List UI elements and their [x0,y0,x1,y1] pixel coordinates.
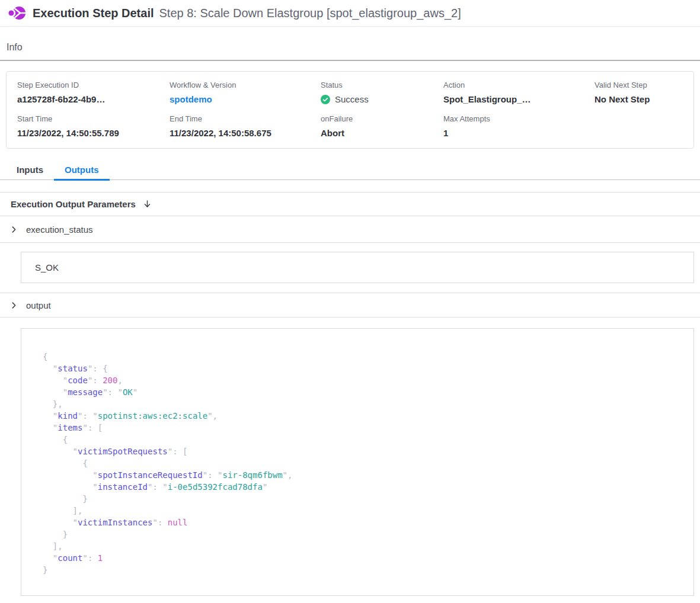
step-execution-id-value: a125728f-6b22-4b9… [17,94,170,104]
param-name-output: output [26,300,51,310]
field-valid-next-step: Valid Next Step No Next Step [594,81,693,104]
code-line: } [43,528,688,540]
param-name-execution-status: execution_status [26,224,93,235]
code-line: ], [43,505,688,517]
code-line: "spotInstanceRequestId": "sir-8qm6fbwm", [43,469,688,481]
app-logo-icon [8,5,26,21]
field-onfailure: onFailure Abort [321,114,443,138]
code-line: "status": { [43,363,688,374]
start-time-value: 11/23/2022, 14:50:55.789 [17,128,170,138]
onfailure-value: Abort [321,128,443,138]
code-line: } [43,564,688,576]
code-line: "items": [ [43,422,688,434]
arrow-down-icon[interactable] [143,199,152,209]
code-line: "victimSpotRequests": [ [43,445,688,457]
chevron-right-icon[interactable] [10,226,18,233]
field-label: Max Attempts [443,114,594,123]
field-empty [594,114,693,138]
code-line: ], [43,540,688,552]
code-line: "kind": "spotinst:aws:ec2:scale", [43,410,688,422]
info-card: Step Execution ID a125728f-6b22-4b9… Wor… [6,71,694,149]
field-label: End Time [170,114,321,123]
valid-next-step-value: No Next Step [594,94,693,104]
field-end-time: End Time 11/23/2022, 14:50:58.675 [170,114,321,138]
output-params-title: Execution Output Parameters [11,199,136,209]
chevron-right-icon[interactable] [10,302,18,309]
code-line: } [43,493,688,505]
code-line: "message": "OK" [43,386,688,398]
field-status: Status Success [321,81,443,104]
status-badge: Success [321,94,443,104]
output-params-header: Execution Output Parameters [0,192,700,216]
info-section-label: Info [7,42,700,53]
code-line: "victimInstances": null [43,517,688,528]
param-row-execution-status[interactable]: execution_status [0,216,700,243]
status-text: Success [335,94,369,104]
page-header: Execution Step Detail Step 8: Scale Down… [0,0,700,27]
field-label: Action [443,81,594,89]
info-grid: Step Execution ID a125728f-6b22-4b9… Wor… [17,81,693,138]
field-label: Workflow & Version [170,81,321,89]
field-max-attempts: Max Attempts 1 [443,114,594,138]
field-label: Step Execution ID [17,81,170,89]
action-value: Spot_Elastigroup_… [443,94,594,104]
field-step-execution-id: Step Execution ID a125728f-6b22-4b9… [17,81,170,104]
code-line: { [43,434,688,445]
code-line: "code": 200, [43,374,688,386]
execution-status-value: S_OK [35,262,59,272]
field-label: Valid Next Step [594,81,693,89]
code-line: "instanceId": "i-0e5d5392fcad78dfa" [43,481,688,493]
tab-outputs[interactable]: Outputs [54,162,110,179]
info-divider [0,60,700,61]
field-label: Start Time [17,114,170,123]
field-start-time: Start Time 11/23/2022, 14:50:55.789 [17,114,170,138]
tab-inputs[interactable]: Inputs [6,162,54,179]
code-line: { [43,457,688,469]
field-label: Status [321,81,443,89]
execution-status-value-box: S_OK [21,252,694,283]
success-check-icon [321,95,330,104]
param-row-output[interactable]: output [0,293,700,317]
page-subtitle: Step 8: Scale Down Elastgroup [spot_elas… [159,7,461,20]
field-action: Action Spot_Elastigroup_… [443,81,594,104]
field-label: onFailure [321,114,443,123]
code-line: }, [43,398,688,410]
max-attempts-value: 1 [443,128,594,138]
end-time-value: 11/23/2022, 14:50:58.675 [170,128,321,138]
code-line: "count": 1 [43,552,688,564]
workflow-link[interactable]: spotdemo [170,94,321,104]
page-title: Execution Step Detail [33,7,154,20]
tabs-bar: Inputs Outputs [0,162,700,180]
code-line: { [43,351,688,363]
field-workflow-version: Workflow & Version spotdemo [170,81,321,104]
output-json-code: { "status": { "code": 200, "message": "O… [21,328,694,596]
